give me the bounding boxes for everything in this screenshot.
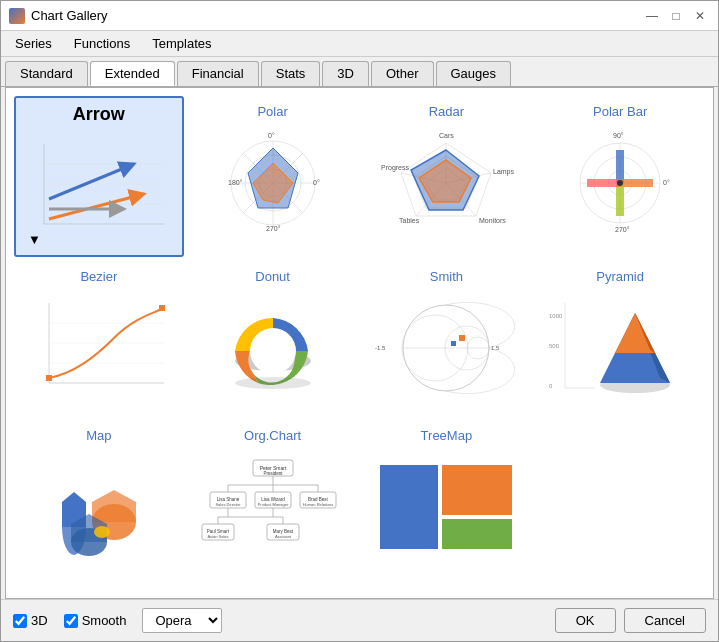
ok-button[interactable]: OK	[555, 608, 616, 633]
chart-cell-radar[interactable]: Radar	[362, 96, 532, 257]
svg-text:0°: 0°	[268, 132, 275, 139]
svg-point-84	[94, 526, 110, 538]
chart-cell-smith[interactable]: Smith	[362, 261, 532, 416]
svg-text:90°: 90°	[613, 132, 624, 139]
chart-cell-map[interactable]: Map	[14, 420, 184, 575]
svg-rect-115	[441, 518, 513, 550]
svg-text:-1.5: -1.5	[375, 345, 386, 351]
chart-cell-donut[interactable]: Donut	[188, 261, 358, 416]
chart-label-treemap: TreeMap	[421, 428, 473, 443]
window-title: Chart Gallery	[31, 8, 108, 23]
chart-preview-polar-bar: 90° 0° 270°	[545, 123, 695, 243]
svg-text:Cars: Cars	[439, 132, 454, 139]
menu-functions[interactable]: Functions	[64, 33, 140, 54]
svg-text:1000: 1000	[549, 313, 563, 319]
svg-text:Monitors: Monitors	[479, 217, 506, 224]
chart-icon	[9, 8, 25, 24]
tab-other[interactable]: Other	[371, 61, 434, 86]
tab-standard[interactable]: Standard	[5, 61, 88, 86]
tab-extended[interactable]: Extended	[90, 61, 175, 86]
svg-line-5	[49, 164, 134, 199]
svg-point-45	[617, 180, 623, 186]
svg-text:Lamps: Lamps	[493, 168, 515, 176]
chart-preview-org-chart: Peter Smart President Lisa Shane Sales D…	[198, 447, 348, 567]
chart-label-radar: Radar	[429, 104, 464, 119]
smith-svg: -1.5 1.5	[371, 293, 521, 403]
svg-line-6	[49, 194, 144, 219]
chart-grid: Arrow	[14, 96, 705, 575]
footer-left: 3D Smooth Opera Default Vivid Pastel	[13, 608, 539, 633]
tab-bar: Standard Extended Financial Stats 3D Oth…	[1, 57, 718, 87]
tab-financial[interactable]: Financial	[177, 61, 259, 86]
svg-text:270°: 270°	[615, 226, 630, 233]
svg-rect-113	[379, 464, 439, 550]
svg-marker-81	[92, 490, 136, 522]
bezier-svg	[24, 293, 174, 403]
menu-templates[interactable]: Templates	[142, 33, 221, 54]
chart-preview-radar: Cars Lamps Monitors Tables Progress	[371, 123, 521, 243]
chart-gallery-window: Chart Gallery — □ ✕ Series Functions Tem…	[0, 0, 719, 642]
svg-point-57	[250, 328, 296, 374]
minimize-button[interactable]: —	[642, 6, 662, 26]
checkbox-smooth-wrap[interactable]: Smooth	[64, 613, 127, 628]
chart-label-org-chart: Org.Chart	[244, 428, 301, 443]
treemap-svg	[371, 452, 521, 562]
tab-stats[interactable]: Stats	[261, 61, 321, 86]
svg-text:0°: 0°	[663, 179, 670, 186]
chart-preview-arrow: ▼	[24, 129, 174, 249]
chart-preview-donut	[198, 288, 348, 408]
svg-rect-54	[159, 305, 165, 311]
svg-text:Asian Sales: Asian Sales	[207, 534, 228, 539]
svg-rect-64	[459, 335, 465, 341]
svg-text:500: 500	[549, 343, 560, 349]
svg-text:Human Relations: Human Relations	[302, 502, 333, 507]
svg-text:Progress: Progress	[381, 164, 410, 172]
chart-label-arrow: Arrow	[73, 104, 125, 125]
chart-cell-org-chart[interactable]: Org.Chart Peter Smart President	[188, 420, 358, 575]
svg-text:Product Manager: Product Manager	[257, 502, 288, 507]
svg-text:1.5: 1.5	[491, 345, 500, 351]
tab-gauges[interactable]: Gauges	[436, 61, 512, 86]
chart-label-donut: Donut	[255, 269, 290, 284]
map-svg	[24, 452, 174, 562]
chart-cell-treemap[interactable]: TreeMap	[362, 420, 532, 575]
chart-label-pyramid: Pyramid	[596, 269, 644, 284]
menu-bar: Series Functions Templates	[1, 31, 718, 57]
checkbox-3d-wrap[interactable]: 3D	[13, 613, 48, 628]
chart-preview-map	[24, 447, 174, 567]
svg-text:Sales Director: Sales Director	[215, 502, 241, 507]
close-button[interactable]: ✕	[690, 6, 710, 26]
svg-text:270°: 270°	[266, 225, 281, 232]
scroll-down-indicator: ▼	[28, 232, 41, 247]
chart-cell-pyramid[interactable]: Pyramid	[535, 261, 705, 416]
donut-svg	[198, 293, 348, 403]
tab-3d[interactable]: 3D	[322, 61, 369, 86]
svg-rect-114	[441, 464, 513, 516]
chart-label-map: Map	[86, 428, 111, 443]
svg-text:180°: 180°	[228, 179, 243, 186]
cancel-button[interactable]: Cancel	[624, 608, 706, 633]
org-chart-svg: Peter Smart President Lisa Shane Sales D…	[198, 452, 348, 562]
svg-rect-65	[451, 341, 456, 346]
chart-cell-arrow[interactable]: Arrow	[14, 96, 184, 257]
svg-text:President: President	[263, 471, 283, 476]
radar-svg: Cars Lamps Monitors Tables Progress	[371, 128, 521, 238]
footer-right: OK Cancel	[555, 608, 706, 633]
checkbox-smooth-label: Smooth	[82, 613, 127, 628]
footer: 3D Smooth Opera Default Vivid Pastel OK …	[1, 599, 718, 641]
chart-preview-bezier	[24, 288, 174, 408]
menu-series[interactable]: Series	[5, 33, 62, 54]
svg-rect-55	[46, 375, 52, 381]
chart-preview-treemap	[371, 447, 521, 567]
chart-cell-bezier[interactable]: Bezier	[14, 261, 184, 416]
chart-preview-polar: 0° 180° 0° 270°	[198, 123, 348, 243]
arrow-svg	[24, 134, 174, 244]
checkbox-smooth[interactable]	[64, 614, 78, 628]
checkbox-3d[interactable]	[13, 614, 27, 628]
chart-cell-polar[interactable]: Polar	[188, 96, 358, 257]
theme-dropdown[interactable]: Opera Default Vivid Pastel	[142, 608, 222, 633]
checkbox-3d-label: 3D	[31, 613, 48, 628]
chart-cell-polar-bar[interactable]: Polar Bar 90	[535, 96, 705, 257]
chart-label-bezier: Bezier	[80, 269, 117, 284]
maximize-button[interactable]: □	[666, 6, 686, 26]
